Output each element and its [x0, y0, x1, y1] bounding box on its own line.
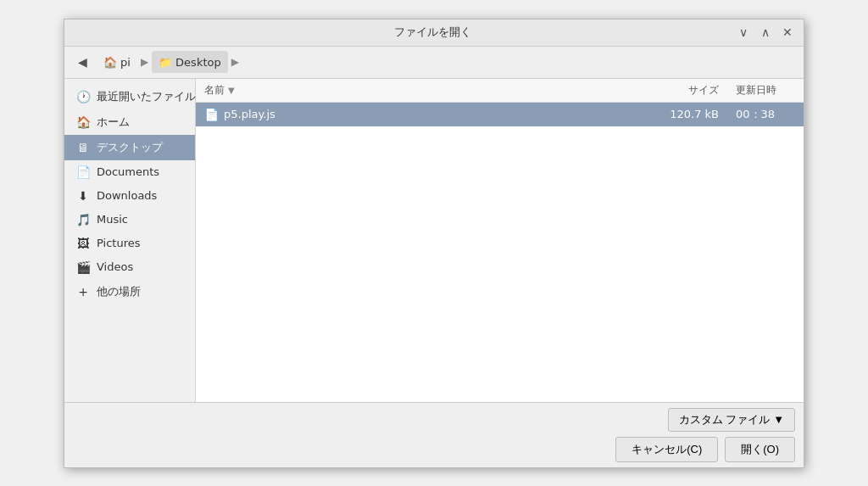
- sidebar-item-documents-label: Documents: [97, 165, 159, 178]
- dialog-title: ファイルを開く: [131, 25, 734, 40]
- sidebar-item-downloads-label: Downloads: [97, 189, 157, 202]
- main-body: 🕐 最近開いたファイル 🏠 ホーム 🖥 デスクトップ 📄 Documents ⬇…: [64, 79, 804, 402]
- desktop-icon: 🖥: [76, 141, 90, 154]
- action-buttons-row: キャンセル(C) 開く(O): [73, 437, 795, 462]
- documents-icon: 📄: [76, 165, 90, 179]
- cancel-button[interactable]: キャンセル(C): [615, 437, 718, 462]
- sidebar-item-other[interactable]: + 他の場所: [64, 279, 195, 304]
- window-controls: ∨ ∧ ✕: [734, 23, 797, 42]
- column-header-name[interactable]: 名前 ▼: [196, 83, 651, 98]
- breadcrumb-desktop[interactable]: 📁 Desktop: [152, 51, 228, 73]
- downloads-icon: ⬇: [76, 189, 90, 203]
- breadcrumb-end-separator: ▶: [231, 56, 239, 68]
- file-name-label: p5.play.js: [224, 108, 275, 120]
- column-header-size[interactable]: サイズ: [651, 83, 727, 98]
- sidebar: 🕐 最近開いたファイル 🏠 ホーム 🖥 デスクトップ 📄 Documents ⬇…: [64, 79, 196, 402]
- open-button[interactable]: 開く(O): [725, 437, 795, 462]
- sidebar-item-videos[interactable]: 🎬 Videos: [64, 255, 195, 279]
- title-bar: ファイルを開く ∨ ∧ ✕: [64, 20, 804, 47]
- home-icon: 🏠: [103, 56, 117, 69]
- recent-icon: 🕐: [76, 90, 90, 103]
- file-name-cell: 📄 p5.play.js: [196, 108, 651, 121]
- breadcrumb-desktop-label: Desktop: [175, 56, 221, 69]
- back-button[interactable]: ◀: [71, 51, 93, 73]
- sidebar-item-pictures-label: Pictures: [97, 237, 140, 249]
- sidebar-item-music-label: Music: [97, 213, 128, 226]
- videos-icon: 🎬: [76, 260, 90, 274]
- folder-icon: 📁: [159, 56, 172, 69]
- breadcrumb-pi-label: pi: [120, 56, 131, 69]
- close-button[interactable]: ✕: [778, 23, 797, 42]
- pictures-icon: 🖼: [76, 237, 90, 250]
- file-list: 📄 p5.play.js 120.7 kB 00：38: [196, 103, 804, 402]
- sidebar-item-music[interactable]: 🎵 Music: [64, 208, 195, 232]
- sidebar-item-recent[interactable]: 🕐 最近開いたファイル: [64, 84, 195, 109]
- file-size-cell: 120.7 kB: [651, 108, 727, 120]
- dropdown-arrow-icon: ▼: [773, 413, 784, 426]
- sidebar-item-videos-label: Videos: [97, 260, 133, 273]
- sidebar-item-desktop-label: デスクトップ: [97, 140, 163, 155]
- file-date-cell: 00：38: [727, 107, 804, 122]
- bottom-bar: カスタム ファイル ▼ キャンセル(C) 開く(O): [64, 402, 804, 467]
- sidebar-item-documents[interactable]: 📄 Documents: [64, 160, 195, 184]
- breadcrumb-separator: ▶: [141, 56, 148, 68]
- sidebar-item-downloads[interactable]: ⬇ Downloads: [64, 184, 195, 208]
- home-nav-icon: 🏠: [76, 115, 90, 129]
- music-icon: 🎵: [76, 213, 90, 226]
- toolbar: ◀ 🏠 pi ▶ 📁 Desktop ▶: [64, 47, 804, 79]
- sidebar-item-home[interactable]: 🏠 ホーム: [64, 109, 195, 135]
- file-list-header: 名前 ▼ サイズ 更新日時: [196, 79, 804, 103]
- sidebar-item-desktop[interactable]: 🖥 デスクトップ: [64, 135, 195, 160]
- column-header-date[interactable]: 更新日時: [727, 83, 804, 98]
- sidebar-item-recent-label: 最近開いたファイル: [97, 89, 196, 104]
- custom-file-button[interactable]: カスタム ファイル ▼: [668, 408, 796, 432]
- sidebar-item-other-label: 他の場所: [97, 284, 141, 299]
- file-icon: 📄: [204, 108, 219, 121]
- other-icon: +: [76, 285, 90, 299]
- custom-file-row: カスタム ファイル ▼: [73, 408, 795, 432]
- sidebar-item-pictures[interactable]: 🖼 Pictures: [64, 232, 195, 255]
- sort-icon: ▼: [228, 86, 235, 95]
- table-row[interactable]: 📄 p5.play.js 120.7 kB 00：38: [196, 103, 804, 126]
- file-area: 名前 ▼ サイズ 更新日時 📄 p5.play.js 120.7 kB 00：3…: [196, 79, 804, 402]
- custom-file-label: カスタム ファイル: [679, 412, 771, 427]
- maximize-button[interactable]: ∧: [756, 23, 775, 42]
- sidebar-item-home-label: ホーム: [97, 115, 130, 130]
- breadcrumb-pi[interactable]: 🏠 pi: [97, 51, 137, 73]
- file-open-dialog: ファイルを開く ∨ ∧ ✕ ◀ 🏠 pi ▶ 📁 Desktop ▶ 🕐 最近開…: [64, 19, 804, 468]
- minimize-button[interactable]: ∨: [734, 23, 753, 42]
- column-name-label: 名前: [204, 83, 225, 98]
